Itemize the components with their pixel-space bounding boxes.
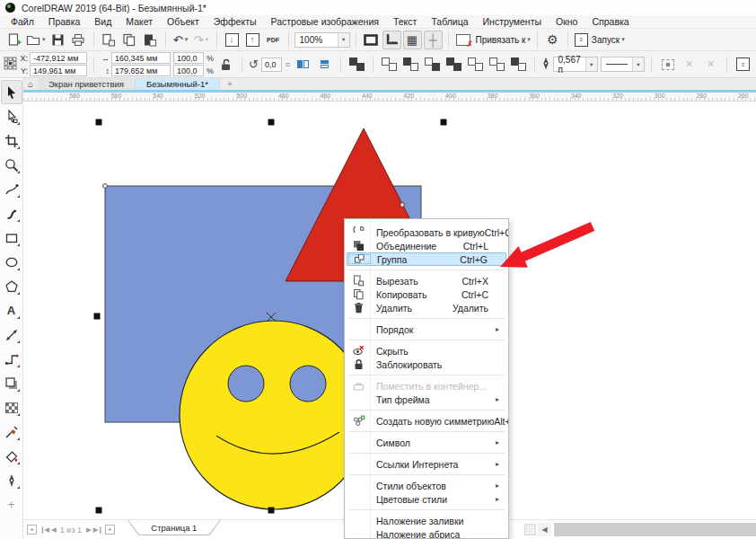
menu-effects[interactable]: Эффекты: [207, 16, 264, 27]
interactive-fill-tool[interactable]: [1, 444, 22, 468]
next-page-button[interactable]: ▶: [86, 526, 91, 534]
smiley-right-eye[interactable]: [290, 366, 326, 402]
snap-off-button[interactable]: [454, 31, 473, 49]
ungroup-all-button[interactable]: ✕: [701, 55, 720, 74]
print-button[interactable]: [69, 31, 88, 49]
tab-untitled-document[interactable]: Безымянный-1*: [136, 78, 220, 90]
rectangle-tool[interactable]: [1, 225, 22, 250]
show-rulers-toggle[interactable]: [382, 31, 401, 49]
show-guidelines-toggle[interactable]: ┼: [424, 31, 443, 49]
front-minus-back-button[interactable]: [466, 55, 485, 74]
simplify-button[interactable]: [444, 55, 463, 74]
zoom-tool[interactable]: [1, 153, 22, 177]
menu-window[interactable]: Окно: [549, 16, 585, 27]
paste-button[interactable]: [141, 31, 160, 49]
menu-item-combine[interactable]: Объединение Ctrl+L: [347, 239, 506, 252]
scale-x-field[interactable]: 100,0: [173, 52, 204, 64]
redo-button[interactable]: ↷▾: [192, 31, 211, 49]
menu-help[interactable]: Справка: [585, 16, 636, 27]
menu-item-copy[interactable]: Копировать Ctrl+C: [347, 287, 506, 301]
pick-tool[interactable]: [1, 80, 22, 104]
trim-button[interactable]: [401, 55, 420, 74]
color-eyedropper-tool[interactable]: [1, 420, 22, 444]
menu-item-internet-links[interactable]: Ссылки Интернета ▸: [347, 457, 506, 471]
back-minus-front-button[interactable]: [488, 55, 506, 74]
add-page-after-button[interactable]: +: [105, 525, 115, 535]
menu-item-outline-overprint[interactable]: Наложение абриса: [347, 527, 506, 539]
menu-item-symbol[interactable]: Символ ▸: [347, 436, 506, 449]
document-navigator-button[interactable]: [524, 524, 536, 535]
ellipse-tool[interactable]: [1, 250, 22, 274]
export-button[interactable]: ↑: [243, 31, 262, 49]
group-objects-button[interactable]: [658, 55, 677, 74]
zoom-level-caret-icon[interactable]: ▾: [338, 33, 349, 47]
menu-item-hide[interactable]: Скрыть: [347, 344, 506, 358]
scroll-left-button[interactable]: ◀: [538, 523, 551, 536]
menu-file[interactable]: Файл: [4, 16, 41, 27]
ungroup-button[interactable]: ✕: [680, 55, 699, 74]
freehand-tool[interactable]: [1, 177, 22, 201]
crop-tool[interactable]: [1, 128, 22, 153]
menu-item-order[interactable]: Порядок ▸: [347, 323, 506, 336]
menu-item-frame-type[interactable]: Тип фрейма ▸: [347, 393, 506, 406]
snap-to-dropdown[interactable]: Привязать к▾: [475, 31, 532, 49]
shape-tool[interactable]: [1, 104, 22, 128]
menu-item-cut[interactable]: Вырезать Ctrl+X: [347, 274, 506, 287]
selection-handle[interactable]: [96, 119, 102, 126]
import-button[interactable]: ↓: [223, 31, 242, 49]
smiley-face-circle[interactable]: [180, 321, 368, 509]
copy-button[interactable]: [120, 31, 139, 49]
menu-item-lock[interactable]: Заблокировать: [347, 358, 506, 371]
menu-text[interactable]: Текст: [386, 16, 424, 27]
customize-toolbox-button[interactable]: +: [1, 492, 22, 517]
menu-layout[interactable]: Макет: [119, 16, 160, 27]
lock-ratio-button[interactable]: [216, 55, 235, 74]
create-boundary-button[interactable]: [509, 55, 528, 74]
cut-button[interactable]: [100, 31, 119, 49]
selection-handle[interactable]: [441, 119, 447, 126]
connector-tool[interactable]: [1, 347, 22, 371]
show-grid-toggle[interactable]: ▦: [403, 31, 422, 49]
weld-button[interactable]: [380, 55, 399, 74]
polygon-tool[interactable]: [1, 274, 22, 298]
object-height-field[interactable]: 179,652 мм: [111, 65, 171, 76]
menu-edit[interactable]: Правка: [41, 16, 87, 27]
selection-handle[interactable]: [94, 314, 101, 320]
menu-item-color-styles[interactable]: Цветовые стили ▸: [347, 492, 506, 506]
launch-button[interactable]: ≡ Запуск ▾: [574, 31, 626, 49]
save-button[interactable]: [48, 31, 67, 49]
rotation-angle-field[interactable]: 0,0: [261, 57, 283, 72]
menu-tools[interactable]: Инструменты: [476, 16, 549, 27]
scrollbar-thumb[interactable]: [554, 523, 756, 536]
menu-item-object-styles[interactable]: Стили объектов ▸: [347, 479, 506, 492]
page-tab[interactable]: Страница 1: [127, 520, 221, 535]
selection-handle[interactable]: [268, 508, 275, 514]
transparency-tool[interactable]: [1, 395, 22, 420]
undo-button[interactable]: ↶▾: [171, 31, 190, 49]
menu-item-group[interactable]: Группа Ctrl+G: [347, 252, 506, 266]
menu-item-convert-to-curves[interactable]: Преобразовать в кривую Ctrl+Q: [347, 225, 506, 239]
line-style-combo[interactable]: ▾: [601, 57, 645, 72]
outline-pen-tool[interactable]: [1, 468, 22, 492]
menu-item-fill-overprint[interactable]: Наложение заливки: [347, 514, 506, 527]
node-marker[interactable]: [103, 184, 108, 189]
zoom-level-combo[interactable]: 100% ▾: [294, 32, 350, 48]
artistic-media-tool[interactable]: [1, 201, 22, 225]
menu-view[interactable]: Вид: [87, 16, 119, 27]
menu-object[interactable]: Объект: [160, 16, 207, 27]
smiley-left-eye[interactable]: [228, 366, 264, 402]
drop-shadow-tool[interactable]: [1, 371, 22, 395]
node-marker[interactable]: [400, 203, 405, 208]
last-page-button[interactable]: ▶❙: [93, 526, 102, 534]
x-position-field[interactable]: -472,912 мм: [30, 52, 87, 64]
y-position-field[interactable]: 149,961 мм: [30, 65, 87, 76]
text-tool[interactable]: А: [1, 298, 22, 323]
tab-welcome-screen[interactable]: Экран приветствия: [38, 78, 136, 90]
menu-table[interactable]: Таблица: [424, 16, 475, 27]
line-style-caret-icon[interactable]: ▾: [632, 57, 644, 71]
horizontal-ruler[interactable]: 5805605405205004804604404204003803603403…: [23, 93, 756, 102]
home-tab-button[interactable]: ⌂: [23, 78, 38, 90]
scale-y-field[interactable]: 100,0: [173, 65, 204, 76]
selection-handle[interactable]: [96, 508, 102, 514]
horizontal-scrollbar[interactable]: ◀: [524, 523, 756, 536]
